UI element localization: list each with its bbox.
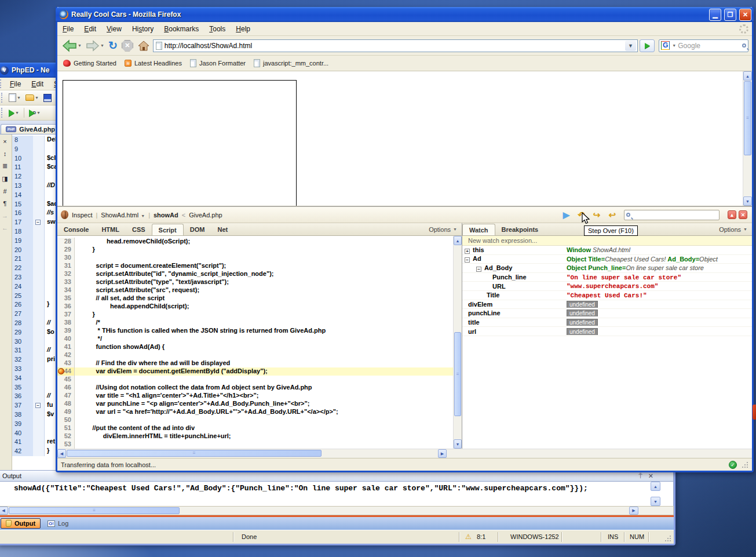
script-line[interactable]: 53 bbox=[57, 440, 462, 449]
resize-grip[interactable] bbox=[664, 535, 671, 542]
home-button[interactable] bbox=[136, 38, 151, 54]
scroll-down-button[interactable]: ▼ bbox=[743, 196, 752, 206]
scrollbar-thumb[interactable] bbox=[744, 81, 751, 155]
maximize-button[interactable]: ❐ bbox=[724, 9, 736, 21]
firebug-tab-css[interactable]: CSS bbox=[126, 223, 152, 235]
bookmark-item[interactable]: Getting Started bbox=[63, 60, 116, 67]
editor-tool-icon[interactable]: # bbox=[3, 188, 6, 195]
editor-tool-icon[interactable]: ≣ bbox=[2, 162, 8, 170]
fold-collapse-icon[interactable]: − bbox=[35, 403, 41, 408]
script-line[interactable]: 31 script = document.createElement("scri… bbox=[57, 262, 462, 270]
bottom-tab-output[interactable]: Output bbox=[1, 518, 41, 529]
scrollbar-thumb[interactable] bbox=[67, 450, 322, 457]
editor-tab-givead[interactable]: PHP GiveAd.php bbox=[1, 124, 60, 134]
script-line[interactable]: 44 var divElem = document.getElementById… bbox=[57, 367, 462, 376]
scrollbar-thumb[interactable] bbox=[454, 332, 461, 416]
scroll-right-button[interactable]: ▶ bbox=[629, 507, 638, 515]
script-line[interactable]: 43 // Find the div where the ad will be … bbox=[57, 359, 462, 367]
scroll-up-button[interactable]: ▲ bbox=[651, 482, 660, 491]
new-watch-expression[interactable]: New watch expression... bbox=[462, 236, 752, 246]
menu-item-edit[interactable]: Edit bbox=[79, 23, 101, 35]
output-horizontal-scrollbar[interactable]: ◀ ▶ bbox=[0, 506, 674, 515]
menu-item-help[interactable]: Help bbox=[231, 23, 255, 35]
script-line[interactable]: 34 script.setAttribute("src", request); bbox=[57, 286, 462, 294]
current-function[interactable]: showAd bbox=[154, 212, 178, 219]
url-dropdown-button[interactable]: ▼ bbox=[625, 41, 636, 51]
scroll-left-button[interactable]: ◀ bbox=[0, 507, 8, 515]
script-line[interactable]: 45 bbox=[57, 376, 462, 384]
firebug-search-input[interactable] bbox=[624, 210, 720, 220]
continue-button[interactable]: ▶ bbox=[563, 210, 570, 219]
pin-icon[interactable]: ⍑ bbox=[638, 472, 642, 480]
editor-tool-icon[interactable]: ¶ bbox=[3, 200, 7, 207]
watch-row[interactable]: URL"www.supercheapcars.com" bbox=[462, 282, 752, 291]
watch-row[interactable]: titleundefined bbox=[462, 318, 752, 327]
forward-button[interactable]: ▼ bbox=[85, 38, 105, 54]
collapse-icon[interactable]: − bbox=[476, 267, 481, 272]
phped-menu-item-edit[interactable]: Edit bbox=[26, 78, 49, 90]
script-line[interactable]: 32 script.setAttribute("id", "dynamic_sc… bbox=[57, 270, 462, 278]
bookmark-item[interactable]: ≋Latest Headlines bbox=[125, 60, 182, 67]
script-line[interactable]: 41 function showAd(Ad) { bbox=[57, 343, 462, 351]
step-out-button[interactable]: ↩ bbox=[608, 210, 616, 219]
menu-item-bookmarks[interactable]: Bookmarks bbox=[159, 23, 204, 35]
editor-tool-icon[interactable]: ◨ bbox=[2, 175, 8, 183]
watch-row[interactable]: divElemundefined bbox=[462, 300, 752, 310]
bookmark-item[interactable]: javascript:_mm_contr... bbox=[254, 59, 328, 67]
script-line[interactable]: 50 bbox=[57, 416, 462, 424]
step-into-button[interactable]: ↪ bbox=[593, 210, 601, 219]
script-line[interactable]: 42 bbox=[57, 351, 462, 359]
search-placeholder[interactable]: Google bbox=[678, 42, 740, 50]
search-icon[interactable] bbox=[742, 43, 746, 48]
firebug-icon[interactable] bbox=[61, 210, 68, 219]
options-menu[interactable]: Options ▼ bbox=[429, 223, 462, 235]
firebug-tab-dom[interactable]: DOM bbox=[184, 223, 211, 235]
script-line[interactable]: 46 //Using dot notation collect the data… bbox=[57, 384, 462, 392]
script-line[interactable]: 35 // all set, add the script bbox=[57, 294, 462, 303]
scroll-right-button[interactable]: ▶ bbox=[438, 449, 447, 458]
resize-grip[interactable] bbox=[742, 461, 748, 468]
script-line[interactable]: 30 bbox=[57, 254, 462, 262]
scrollbar-thumb[interactable] bbox=[9, 507, 180, 514]
watch-row[interactable]: punchLineundefined bbox=[462, 309, 752, 318]
firebug-tab-console[interactable]: Console bbox=[57, 223, 95, 235]
menu-item-file[interactable]: File bbox=[57, 23, 79, 35]
script-line[interactable]: 48 var punchLine = "<p align='center'>"+… bbox=[57, 400, 462, 408]
scroll-down-button[interactable]: ▼ bbox=[454, 439, 462, 449]
script-vertical-scrollbar[interactable]: ▲ ▼ bbox=[453, 236, 462, 449]
editor-tool-icon[interactable]: ← bbox=[2, 224, 8, 231]
options-menu[interactable]: Options ▼ bbox=[719, 223, 752, 235]
content-vertical-scrollbar[interactable]: ▲ ▼ bbox=[743, 71, 752, 206]
script-line[interactable]: 28 head.removeChild(oScript); bbox=[57, 238, 462, 246]
fold-collapse-icon[interactable]: − bbox=[35, 220, 41, 225]
url-bar[interactable]: http://localhost/ShowAd.html ▼ bbox=[153, 39, 638, 52]
watch-row[interactable]: urlundefined bbox=[462, 327, 752, 336]
panel-tab-watch[interactable]: Watch bbox=[462, 224, 495, 235]
firebug-ok-icon[interactable]: ✓ bbox=[729, 461, 737, 469]
scroll-left-button[interactable]: ◀ bbox=[57, 449, 66, 458]
script-line[interactable]: 52 divElem.innerHTML = title+punchLine+u… bbox=[57, 432, 462, 440]
bottom-tab-log[interactable]: O!Log bbox=[43, 519, 73, 528]
firebug-close-button[interactable]: ✕ bbox=[739, 210, 747, 219]
script-line[interactable]: 36 head.appendChild(script); bbox=[57, 303, 462, 311]
watch-row[interactable]: −Ad_BodyObject Punch_line=On line super … bbox=[462, 264, 752, 273]
bookmark-item[interactable]: Jason Formatter bbox=[190, 59, 246, 67]
watch-row[interactable]: Title"Cheapest Used Cars!" bbox=[462, 291, 752, 300]
script-line[interactable]: 49 var url = "<a href='http://"+Ad.Ad_Bo… bbox=[57, 408, 462, 416]
script-horizontal-scrollbar[interactable]: ◀ ▶ bbox=[57, 449, 752, 458]
editor-tool-icon[interactable]: × bbox=[3, 138, 6, 145]
editor-tool-icon[interactable]: ↕ bbox=[3, 150, 7, 157]
script-source[interactable]: 28 head.removeChild(oScript);29 }3031 sc… bbox=[57, 236, 462, 449]
scroll-down-button[interactable]: ▼ bbox=[651, 497, 660, 506]
output-vertical-scrollbar[interactable]: ▲ ▼ bbox=[651, 482, 660, 506]
firebug-tab-html[interactable]: HTML bbox=[95, 223, 126, 235]
script-line[interactable]: 40 */ bbox=[57, 335, 462, 343]
expand-icon[interactable]: + bbox=[465, 249, 470, 254]
new-file-button[interactable]: ▼ bbox=[7, 92, 23, 104]
breakpoint-icon[interactable] bbox=[58, 368, 64, 374]
menu-item-view[interactable]: View bbox=[101, 23, 127, 35]
watch-row[interactable]: Punch_line"On line super sale car store" bbox=[462, 273, 752, 282]
firebug-tab-net[interactable]: Net bbox=[211, 223, 234, 235]
url-text[interactable]: http://localhost/ShowAd.html bbox=[165, 42, 623, 50]
editor-tool-icon[interactable]: → bbox=[2, 212, 8, 219]
